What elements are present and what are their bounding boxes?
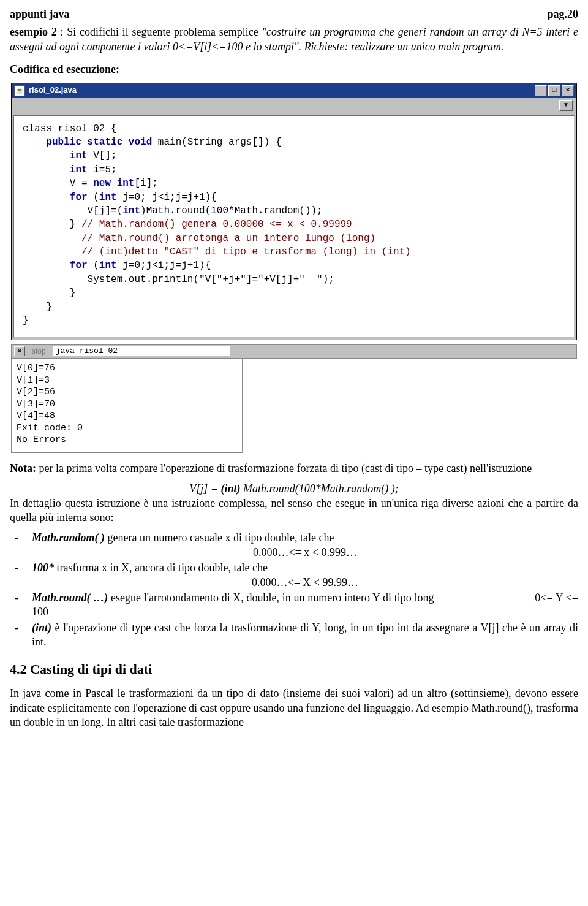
editor-toolbar: ▼: [12, 98, 576, 113]
li4-bold: (int): [32, 622, 51, 634]
list-item: - Math.round( …) esegue l'arrotondamento…: [10, 591, 578, 620]
header-left: appunti java: [10, 7, 70, 21]
formula-post: Math.round(100*Math.random() );: [240, 482, 398, 495]
nota-label: Nota:: [10, 462, 36, 474]
bullet-dash: -: [10, 531, 32, 560]
nota-formula: V[j] = (int) Math.round(100*Math.random(…: [10, 482, 578, 496]
li2-range: 0.000…<= X < 99.99…: [32, 576, 578, 590]
editor-window: ☕ risol_02.java _ □ × ▼ class risol_02 {…: [11, 83, 577, 341]
close-button[interactable]: ×: [562, 85, 574, 96]
nota-paragraph-1: Nota: per la prima volta compare l'opera…: [10, 462, 578, 476]
li2-rest: trasforma x in X, ancora di tipo double,…: [54, 561, 268, 574]
li3-bold: Math.round( …): [32, 592, 108, 604]
header-right: pag.20: [547, 7, 578, 21]
codifica-heading: Codifica ed esecuzione:: [10, 63, 578, 77]
output-window: × stop java risol_02 V[0]=76 V[1]=3 V[2]…: [11, 344, 577, 453]
output-line: V[3]=70: [17, 399, 55, 409]
maximize-button[interactable]: □: [548, 85, 560, 96]
formula-cast: (int): [221, 482, 240, 495]
bullet-dash: -: [10, 591, 32, 620]
li1-bold: Math.random( ): [32, 531, 105, 544]
list-item: - Math.random( ) genera un numero casual…: [10, 531, 578, 560]
li1-range: 0.000…<= x < 0.999…: [32, 546, 578, 560]
dropdown-toggle[interactable]: ▼: [559, 100, 573, 111]
intro-lead: esempio 2: [10, 26, 60, 38]
page-header: appunti java pag.20: [10, 7, 578, 21]
output-toolbar: × stop java risol_02: [11, 344, 577, 359]
intro-richieste-rest: realizzare un unico main program.: [349, 40, 504, 53]
section-heading: 4.2 Casting di tipi di dati: [10, 661, 578, 679]
li1-rest: genera un numero casuale x di tipo doubl…: [105, 531, 334, 544]
output-close-button[interactable]: ×: [14, 346, 25, 356]
intro-richieste-label: Richieste:: [304, 40, 349, 53]
output-line: V[1]=3: [17, 375, 50, 386]
output-console: V[0]=76 V[1]=3 V[2]=56 V[3]=70 V[4]=48 E…: [11, 359, 243, 453]
editor-titlebar: ☕ risol_02.java _ □ ×: [12, 83, 576, 98]
output-line: V[2]=56: [17, 387, 55, 397]
bullet-dash: -: [10, 621, 32, 650]
java-file-icon: ☕: [14, 85, 25, 96]
formula-pre: V[j] =: [189, 482, 221, 495]
intro-colon: : Si codifichi il seguente problema semp…: [60, 26, 262, 38]
list-item: - 100* trasforma x in X, ancora di tipo …: [10, 561, 578, 590]
output-line: V[0]=76: [17, 363, 55, 373]
bullet-dash: -: [10, 561, 32, 590]
output-stop-button[interactable]: stop: [28, 346, 50, 358]
list-item: - (int) è l'operazione di type cast che …: [10, 621, 578, 650]
li2-bold: 100*: [32, 561, 54, 574]
explanation-list: - Math.random( ) genera un numero casual…: [10, 531, 578, 649]
last-paragraph: In java come in Pascal le trasformazioni…: [10, 687, 578, 729]
li3-rest-a: esegue l'arrotondamento di X, double, in…: [108, 592, 434, 604]
minimize-button[interactable]: _: [535, 85, 547, 96]
editor-title: risol_02.java: [29, 85, 535, 96]
intro-paragraph: esempio 2 : Si codifichi il seguente pro…: [10, 25, 578, 54]
output-line: V[4]=48: [17, 411, 55, 421]
nota-rest1: per la prima volta compare l'operazione …: [36, 462, 532, 474]
nota-paragraph-2: In dettaglio questa istruzione è una ist…: [10, 497, 578, 525]
li4-rest: è l'operazione di type cast che forza la…: [32, 622, 578, 648]
code-editor[interactable]: class risol_02 { public static void main…: [13, 115, 575, 339]
output-line: Exit code: 0: [17, 423, 83, 433]
output-line: No Errors: [17, 435, 66, 445]
output-command-field[interactable]: java risol_02: [53, 346, 230, 357]
